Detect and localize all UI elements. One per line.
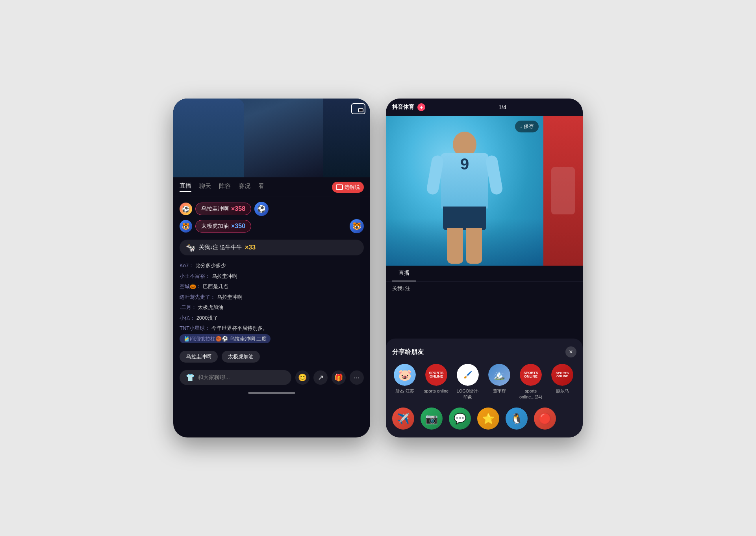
chat-user-2: 空城🎃：: [180, 283, 201, 289]
qq-icon: 🐧: [506, 408, 528, 430]
share-close-button[interactable]: ×: [565, 346, 576, 357]
chat-msg-3: 缝叶莺先走了： 乌拉圭冲啊: [180, 293, 364, 301]
share-title: 分享给朋友: [392, 348, 424, 356]
sports-text-1: SPORTSONLINE: [429, 371, 443, 379]
follow-text-right: 关我↓注: [392, 285, 410, 291]
chat-text-1: 乌拉圭冲啊: [212, 273, 237, 279]
gift-name-2: 太极虎加油: [201, 223, 229, 230]
gift-avatar-2: ⚽: [254, 202, 269, 216]
contact-name-5: 廖尔马: [556, 388, 569, 394]
follow-gift-emoji: 🐄: [186, 243, 196, 252]
wechat-icon: 💬: [449, 408, 471, 430]
sports-online-badge-1: SPORTSONLINE: [425, 364, 447, 386]
gift-row-2: 🐯 太极虎加油 ×350 🐯: [180, 219, 364, 233]
gift-avatar-3: 🐯: [180, 220, 192, 233]
chat-user-5: 小亿：: [180, 315, 195, 321]
chat-text-2: 巴西是几点: [203, 283, 228, 289]
gift-badge-2: 太极虎加油 ×350: [195, 220, 251, 233]
share-app-photo[interactable]: 📷: [421, 408, 443, 430]
contact-name-1: sports online: [424, 388, 448, 394]
chat-msg-6: TNT小星球： 今年世界杯平局特别多。: [180, 324, 364, 332]
chat-input[interactable]: 👕 和大家聊聊...: [180, 370, 291, 385]
contact-avatar-0: 🐷: [394, 364, 416, 386]
share-app-qq[interactable]: 🐧: [506, 408, 528, 430]
gift-button[interactable]: 🎁: [332, 370, 346, 385]
right-top-bar: 抖音体育 + 1/4: [386, 99, 583, 116]
chat-user-3: 缝叶莺先走了：: [180, 294, 215, 300]
share-button[interactable]: ↗: [313, 370, 328, 385]
share-contact-2[interactable]: 🖌️ LOGO设计·印象: [455, 364, 480, 400]
chat-area: Ko7： 比分多少多少 小王不富裕： 乌拉圭冲啊 空城🎃： 巴西是几点 缝叶莺先…: [173, 259, 370, 348]
bottom-bar: 👕 和大家聊聊... 😊 ↗ 🎁 ···: [173, 366, 370, 389]
plus-icon[interactable]: +: [417, 103, 425, 111]
chat-text-0: 比分多少多少: [195, 262, 226, 268]
tab-score[interactable]: 赛况: [239, 182, 250, 192]
phone-left: 直播 聊天 阵容 赛况 看 选解说 ⚽ 乌拉圭冲啊 ×358 ⚽ 🐯: [173, 99, 370, 437]
share-app-star[interactable]: ⭐: [477, 408, 499, 430]
contact-avatar-4: SPORTSONLINE: [520, 364, 542, 386]
commentary-button[interactable]: 选解说: [332, 182, 364, 193]
chip-1[interactable]: 乌拉圭冲啊: [180, 351, 218, 363]
share-app-telegram[interactable]: ✈️: [392, 408, 414, 430]
share-apps: ✈️ 📷 💬 ⭐ 🐧 🔴: [392, 408, 576, 430]
share-header: 分享给朋友 ×: [392, 346, 576, 357]
shirt-icon: 👕: [186, 373, 195, 382]
share-panel: 分享给朋友 × 🐷 所杰 江苏 SPORTSONLINE: [386, 339, 583, 437]
share-contact-3[interactable]: 🏔️ 董宇辉: [487, 364, 512, 400]
player-silhouette: 9: [421, 132, 508, 266]
tab-lineup[interactable]: 阵容: [219, 182, 231, 192]
chat-msg-7: 🎽闷溜饿拉柱🏀⚽ 乌拉圭冲啊 二度: [180, 335, 364, 343]
video-figure-left: [173, 99, 244, 177]
phone-right: 抖音体育 + 1/4 9: [386, 99, 583, 437]
player-jersey-number: 9: [460, 155, 469, 173]
share-app-weibo[interactable]: 🔴: [534, 408, 556, 430]
more-button[interactable]: ···: [350, 370, 364, 385]
chat-text-4: 太极虎加油: [198, 304, 223, 310]
pip-button[interactable]: [351, 103, 365, 114]
page-indicator: 1/4: [428, 104, 576, 110]
pip-inner: [358, 108, 363, 112]
player-image-area: 9 ↓ 保存: [386, 116, 583, 266]
player-main-image: 9 ↓ 保存: [386, 116, 543, 266]
tab-live[interactable]: 直播: [180, 182, 191, 192]
gift-count-2: ×350: [231, 223, 245, 230]
chat-text-6: 今年世界杯平局特别多。: [211, 325, 268, 331]
chat-user-4: .二月：: [180, 304, 196, 310]
chat-text-7: 乌拉圭冲啊 二度: [230, 336, 267, 342]
gift-area: ⚽ 乌拉圭冲啊 ×358 ⚽ 🐯 太极虎加油 ×350 🐯: [173, 197, 370, 240]
contact-name-4: sports online...(24): [518, 388, 543, 400]
douyin-logo: 抖音体育: [392, 104, 414, 111]
tab-live-right[interactable]: 直播: [392, 266, 416, 281]
contact-avatar-5: SPORTSONLINE: [551, 364, 573, 386]
quick-chips: 乌拉圭冲啊 太极虎加油: [173, 348, 370, 366]
tab-chat[interactable]: 聊天: [199, 182, 211, 192]
chat-highlight: 🎽闷溜饿拉柱🏀⚽ 乌拉圭冲啊 二度: [180, 334, 271, 343]
chat-msg-1: 小王不富裕： 乌拉圭冲啊: [180, 272, 364, 280]
video-area: [173, 99, 370, 177]
chip-2[interactable]: 太极虎加油: [222, 351, 260, 363]
emoji-button[interactable]: 😊: [295, 370, 309, 385]
chat-user-1: 小王不富裕：: [180, 273, 210, 279]
commentary-icon: [336, 184, 343, 190]
player-leg-right: [466, 228, 482, 264]
share-contact-0[interactable]: 🐷 所杰 江苏: [392, 364, 417, 400]
chat-user-0: Ko7：: [180, 262, 194, 268]
follow-gift-count: ×33: [245, 244, 256, 251]
save-button[interactable]: ↓ 保存: [515, 121, 539, 132]
tab-watch[interactable]: 看: [258, 182, 264, 192]
share-contact-4[interactable]: SPORTSONLINE sports online...(24): [518, 364, 543, 400]
partial-badge: SPORTSONLINE: [551, 364, 573, 386]
player-secondary-image: [543, 116, 583, 266]
share-app-wechat[interactable]: 💬: [449, 408, 471, 430]
sports-text-2: SPORTSONLINE: [523, 371, 538, 379]
commentary-label: 选解说: [345, 184, 360, 191]
star-icon: ⭐: [477, 408, 499, 430]
share-contact-1[interactable]: SPORTSONLINE sports online: [424, 364, 449, 400]
follow-gift-bar[interactable]: 🐄 关我↓注 送牛牛牛 ×33: [180, 240, 364, 255]
share-contact-5[interactable]: SPORTSONLINE 廖尔马: [550, 364, 575, 400]
chat-user-7: 🎽闷溜饿拉柱🏀⚽: [183, 336, 228, 342]
follow-gift-text: 关我↓注 送牛牛牛: [199, 244, 242, 251]
chat-placeholder: 和大家聊聊...: [198, 374, 230, 381]
live-tab-bar: 直播: [386, 266, 583, 282]
chat-msg-5: 小亿： 2000没了: [180, 314, 364, 322]
